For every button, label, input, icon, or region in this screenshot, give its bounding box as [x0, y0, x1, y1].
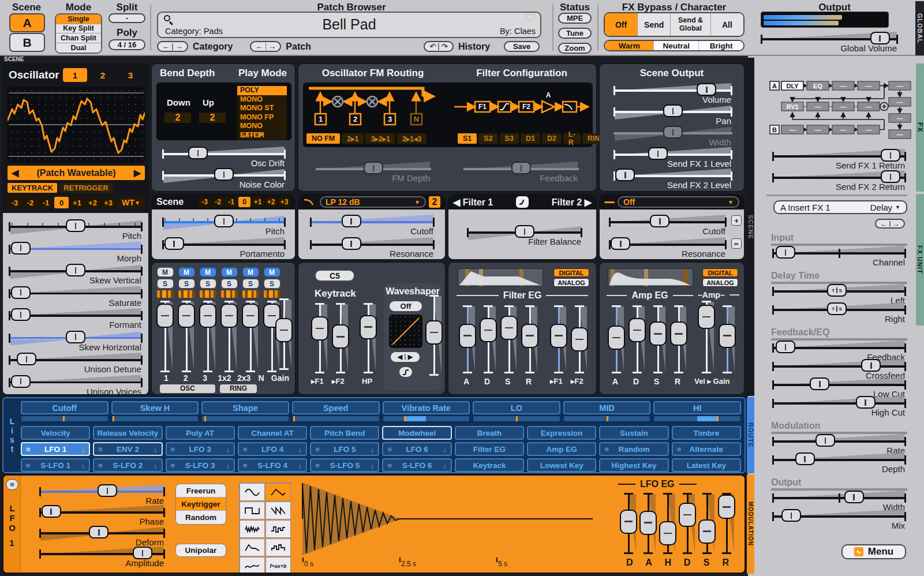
scene-pitch-slider[interactable]: Pitch — [162, 213, 286, 233]
lfo-eg-decay-slider[interactable] — [679, 492, 696, 555]
scene-pan-slider[interactable]: Pan — [613, 103, 732, 122]
patch-nav-buttons[interactable]: ←→ — [250, 41, 281, 52]
mod-source-poly-at[interactable]: Poly AT — [166, 426, 235, 440]
scene-a-button[interactable]: A — [9, 13, 45, 32]
wavetable-selector[interactable]: ◀ (Patch Wavetable) ▶ — [8, 166, 145, 180]
mod-source-sustain[interactable]: Sustain — [599, 426, 668, 440]
global-edge-tab[interactable]: GLOBAL — [915, 1, 924, 55]
mixer-level-slider-3[interactable] — [199, 300, 216, 373]
character-warm-button[interactable]: Warm — [605, 41, 654, 50]
mixer-mute-1[interactable]: M — [157, 267, 174, 277]
fx-slot-send3[interactable]: — — [840, 103, 847, 110]
play-mode-poly[interactable]: POLY — [237, 86, 287, 95]
menu-button[interactable]: ∿ Menu — [841, 544, 906, 559]
waveshaper-curve-button[interactable] — [399, 366, 413, 377]
mod-source-modwheel[interactable]: Modwheel — [382, 426, 451, 440]
mod-lfo-3[interactable]: ≡LFO 3↓ — [166, 442, 235, 456]
fx-slot-a1-dly[interactable]: DLY — [787, 83, 799, 89]
mod-macro-2[interactable]: Shape — [201, 401, 289, 422]
filter-config-option-5[interactable]: L-R — [563, 133, 581, 144]
filter-config-option-1[interactable]: S2 — [478, 133, 497, 144]
octave-0[interactable]: 0 — [238, 197, 250, 207]
mod-amp-eg[interactable]: Amp EG — [527, 442, 596, 456]
filter1-resonance-slider[interactable]: Resonance — [310, 235, 435, 255]
filter-config-option-2[interactable]: S3 — [500, 133, 519, 144]
lfo-phase-slider[interactable]: Phase — [39, 503, 165, 523]
character-bright-button[interactable]: Bright — [699, 41, 743, 50]
global-volume-slider[interactable]: Global Volume — [761, 30, 898, 50]
mod-s-lfo-4[interactable]: ≡S-LFO 4↓ — [238, 458, 307, 472]
lfo-eg-delay-slider[interactable] — [620, 492, 637, 555]
osc-unison-detune-slider[interactable]: Unison Detune — [9, 351, 143, 371]
lfo-tab-number[interactable]: 1 — [3, 537, 20, 549]
fm-box-n[interactable]: N — [414, 115, 419, 124]
osc-tab-3[interactable]: 3 — [118, 68, 143, 82]
fx-bypass-send-global-button[interactable]: Send & Global — [671, 13, 711, 36]
mod-source-expression[interactable]: Expression — [527, 426, 596, 440]
amp-eg-s-slider[interactable] — [649, 304, 667, 375]
mod-s-lfo-1[interactable]: ≡S-LFO 1↓ — [21, 458, 90, 472]
lfo-shape-sample-hold[interactable] — [265, 520, 291, 538]
lfo-eg-hold-slider[interactable] — [659, 492, 676, 555]
mod-highest-key[interactable]: Highest Key — [599, 458, 668, 472]
redo-icon[interactable]: ↷ — [442, 42, 448, 51]
category-prev-icon[interactable]: ← — [162, 42, 170, 51]
fx-width-slider[interactable]: Width — [772, 489, 906, 508]
amp-gain-slider[interactable] — [719, 304, 736, 375]
mod-source-timbre[interactable]: Timbre — [672, 426, 741, 440]
fx-unit-edge-tab[interactable]: FX UNIT — [916, 194, 924, 326]
fx-channel-slider[interactable]: Channel — [772, 244, 906, 264]
filter-eg-s-slider[interactable] — [500, 304, 518, 375]
lfo-amplitude-slider[interactable]: Amplitude — [39, 545, 165, 564]
scene-b-button[interactable]: B — [9, 33, 45, 52]
fx-edge-tab[interactable]: FX — [916, 63, 924, 192]
tune-button[interactable]: Tune — [558, 28, 592, 39]
play-mode-mono[interactable]: MONO — [237, 95, 287, 104]
mod-filter-eg[interactable]: Filter EG — [455, 442, 524, 456]
oscillator-waveform-display[interactable] — [8, 87, 145, 162]
filter-feedback-slider[interactable]: Feedback — [463, 160, 579, 179]
fm-box-2[interactable]: 2 — [353, 115, 357, 124]
filter-eg-f1-depth-slider[interactable] — [550, 304, 567, 375]
fx-slot-a4[interactable]: — — [866, 83, 872, 89]
fx-low-cut-slider[interactable]: Low Cut — [772, 376, 906, 395]
mod-latest-key[interactable]: Latest Key — [672, 458, 741, 472]
amp-eg-r-slider[interactable] — [670, 304, 687, 375]
mod-macro-4[interactable]: Vibrato Rate — [383, 401, 470, 422]
wavetable-next-icon[interactable]: ▶ — [134, 167, 141, 178]
mixer-solo-3[interactable]: S — [200, 279, 216, 289]
mpe-button[interactable]: MPE — [558, 13, 592, 24]
fx-crossfeed-slider[interactable]: Crossfeed — [772, 357, 906, 377]
fx-mod-rate-slider[interactable]: Rate — [772, 432, 906, 452]
filter-eg-analog-button[interactable]: ANALOG — [553, 278, 589, 287]
favorite-heart-icon[interactable]: ♡ — [525, 12, 536, 25]
send-fx1-level-slider[interactable]: Send FX 1 Level — [613, 145, 732, 165]
osc-type-dropdown[interactable]: WT▼ — [117, 197, 145, 208]
fx-slot-global3[interactable]: — — [897, 115, 903, 122]
lfo-shape-triangle[interactable] — [265, 483, 291, 501]
lfo-eg-release-slider[interactable] — [718, 492, 735, 555]
amp-eg-analog-button[interactable]: ANALOG — [702, 278, 738, 287]
lfo-waveform-display[interactable]: 0 s 2.5 s 5 s — [301, 480, 604, 568]
fx-bypass-all-button[interactable]: All — [711, 13, 743, 36]
modulation-side-tab[interactable]: MODULATION — [747, 474, 754, 574]
play-mode-list[interactable]: POLYMONOMONO STMONO FPMONO ST+FPLATCH — [237, 86, 287, 140]
bend-down-value[interactable]: 2 — [164, 113, 191, 123]
mod-macro-3[interactable]: Speed — [292, 401, 380, 422]
play-mode-mono-st[interactable]: MONO ST — [237, 104, 287, 113]
wavetable-prev-icon[interactable]: ◀ — [12, 167, 18, 178]
mod-lowest-key[interactable]: Lowest Key — [527, 458, 596, 472]
lfo-shape-square[interactable] — [240, 502, 265, 519]
filter-balance-slider[interactable]: Filter Balance — [467, 223, 582, 243]
mod-lfo-5[interactable]: ≡LFO 5↓ — [310, 442, 379, 456]
fx-slot-a3[interactable]: — — [840, 83, 847, 89]
mod-macro-5[interactable]: LO — [473, 401, 560, 422]
filter2-block-label[interactable]: Filter 2 ▶ — [552, 197, 592, 208]
lfo-unipolar-button[interactable]: Unipolar — [175, 544, 226, 557]
fm-box-1[interactable]: 1 — [319, 115, 323, 124]
mod-env-2[interactable]: ≡ENV 2↓ — [93, 442, 162, 456]
wavetable-name[interactable]: (Patch Wavetable) — [18, 168, 133, 178]
lfo-shape-noise[interactable] — [240, 520, 265, 538]
send-fx2-level-slider[interactable]: Send FX 2 Level — [613, 167, 732, 186]
mixer-mute-5[interactable]: M — [242, 267, 259, 277]
